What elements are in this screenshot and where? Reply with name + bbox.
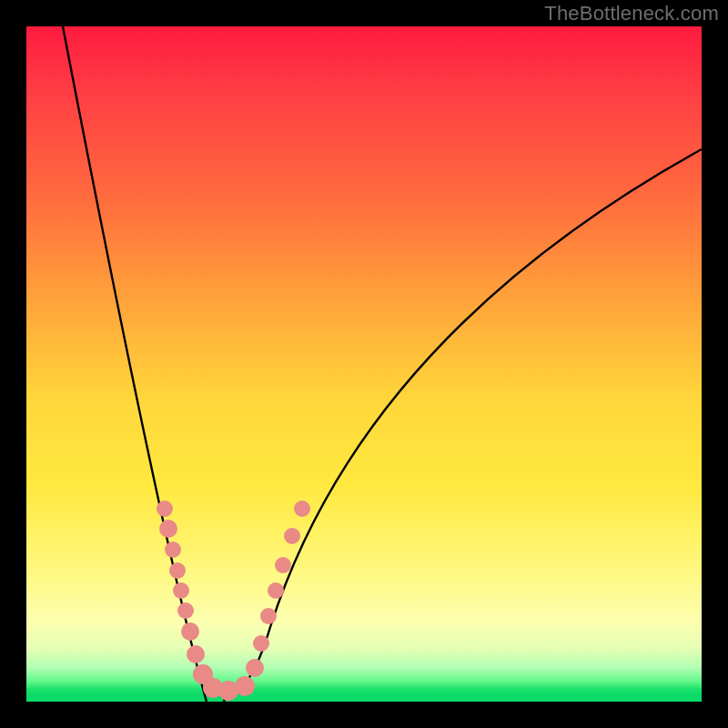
bead-marker xyxy=(181,622,199,641)
bead-marker xyxy=(159,520,177,538)
bead-marker xyxy=(253,635,269,652)
right-curve xyxy=(227,149,702,693)
bead-marker xyxy=(187,645,205,663)
bead-marker xyxy=(165,541,181,558)
bead-marker xyxy=(169,562,186,579)
bead-marker xyxy=(275,557,291,573)
bead-marker xyxy=(246,659,264,677)
bead-marker xyxy=(284,528,300,544)
curves-svg xyxy=(26,26,702,702)
bead-marker xyxy=(173,582,189,599)
left-curve xyxy=(63,26,227,702)
bead-marker xyxy=(157,500,173,517)
bead-marker xyxy=(260,608,277,624)
bead-marker xyxy=(268,582,284,599)
bead-marker xyxy=(294,500,310,517)
plot-area xyxy=(26,26,702,702)
chart-frame: TheBottleneck.com xyxy=(0,0,728,728)
bead-marker xyxy=(177,602,194,619)
bead-marker xyxy=(235,676,255,696)
watermark-text: TheBottleneck.com xyxy=(544,2,719,25)
